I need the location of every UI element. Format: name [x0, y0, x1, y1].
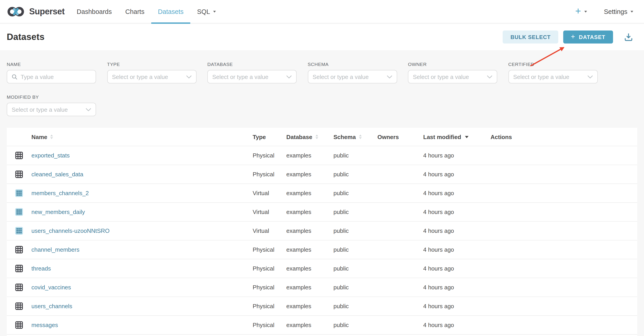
dataset-icon — [15, 321, 23, 329]
brand-home-link[interactable]: Superset — [7, 0, 64, 23]
dataset-kind-cell: Physical — [253, 265, 286, 272]
virtual-dataset-icon — [15, 227, 23, 235]
dataset-kind-cell: Virtual — [253, 190, 286, 197]
database-cell: examples — [286, 265, 334, 272]
schema-cell: public — [334, 246, 378, 253]
nav-item-dashboards[interactable]: Dashboards — [70, 0, 118, 23]
table-row: threads Physical examples public 4 hours… — [7, 259, 637, 278]
dataset-link[interactable]: covid_vaccines — [32, 284, 71, 291]
physical-dataset-icon — [15, 170, 23, 178]
dataset-link[interactable]: members_channels_2 — [32, 190, 89, 197]
filter-placeholder: Type a value — [21, 73, 91, 80]
add-dataset-button[interactable]: + DATASET — [563, 30, 613, 43]
page-title: Datasets — [7, 32, 44, 42]
content-area: NAME Type a value TYPE Select or type a … — [0, 50, 644, 336]
column-header-schema[interactable]: Schema — [334, 133, 378, 140]
filter-placeholder: Select or type a value — [513, 73, 584, 80]
nav-item-label: SQL — [197, 8, 210, 15]
last-modified-cell: 4 hours ago — [423, 303, 490, 310]
chevron-down-icon — [584, 10, 587, 12]
nav-item-label: Dashboards — [77, 8, 112, 15]
filter-label: OWNER — [408, 61, 497, 67]
filter-input[interactable]: Select or type a value — [508, 70, 598, 83]
dataset-link[interactable]: users_channels-uzooNNtSRO — [32, 227, 110, 234]
settings-menu-button[interactable]: Settings — [604, 8, 633, 15]
dataset-link[interactable]: threads — [32, 265, 51, 272]
chevron-down-icon — [386, 75, 392, 78]
dataset-name-cell: threads — [28, 265, 253, 272]
nav-item-datasets[interactable]: Datasets — [151, 0, 190, 23]
dataset-type-cell — [7, 265, 28, 272]
dataset-type-cell — [7, 208, 28, 216]
column-header-label: Type — [253, 133, 266, 140]
dataset-kind-cell: Physical — [253, 246, 286, 253]
dataset-icon — [15, 170, 23, 178]
dataset-link[interactable]: new_members_daily — [32, 209, 85, 215]
filter-input[interactable]: Select or type a value — [207, 70, 297, 83]
table-row: users_channels Physical examples public … — [7, 297, 637, 315]
column-header-name[interactable]: Name — [28, 133, 253, 140]
dataset-name-cell: users_channels-uzooNNtSRO — [28, 227, 253, 234]
database-cell: examples — [286, 284, 334, 291]
new-item-menu-button[interactable]: + — [575, 7, 587, 16]
table-header-row: NameTypeDatabaseSchemaOwnersLast modifie… — [7, 128, 637, 146]
filter-label: MODIFIED BY — [7, 94, 96, 100]
dataset-kind-cell: Physical — [253, 284, 286, 291]
nav-item-charts[interactable]: Charts — [118, 0, 151, 23]
dataset-icon — [15, 152, 23, 159]
brand-name: Superset — [29, 6, 64, 16]
database-cell: examples — [286, 190, 334, 197]
filter-label: SCHEMA — [308, 61, 397, 67]
database-cell: examples — [286, 227, 334, 234]
column-header-actions: Actions — [490, 133, 637, 140]
chevron-down-icon — [587, 75, 592, 78]
filter-modified-by: MODIFIED BY Select or type a value — [7, 94, 96, 116]
page-header-actions: BULK SELECT + DATASET — [503, 30, 633, 43]
dataset-link[interactable]: cleaned_sales_data — [32, 171, 83, 178]
dataset-kind-cell: Physical — [253, 322, 286, 328]
virtual-dataset-icon — [15, 189, 23, 197]
filter-input[interactable]: Select or type a value — [107, 70, 196, 83]
dataset-name-cell: members_channels_2 — [28, 190, 253, 197]
dataset-icon — [15, 189, 23, 197]
filters-row-1: NAME Type a value TYPE Select or type a … — [7, 61, 637, 83]
sort-icon — [50, 135, 53, 139]
physical-dataset-icon — [15, 321, 23, 329]
dataset-link[interactable]: channel_members — [32, 246, 80, 253]
filter-input[interactable]: Select or type a value — [308, 70, 397, 83]
filter-input[interactable]: Select or type a value — [7, 103, 96, 116]
dataset-type-cell — [7, 152, 28, 159]
table-body: exported_stats Physical examples public … — [7, 146, 637, 336]
bulk-select-button[interactable]: BULK SELECT — [503, 30, 558, 43]
last-modified-cell: 4 hours ago — [423, 152, 490, 159]
page-header: Datasets BULK SELECT + DATASET — [0, 24, 644, 50]
settings-label: Settings — [604, 8, 628, 15]
nav-item-sql[interactable]: SQL — [190, 0, 222, 23]
dataset-type-cell — [7, 284, 28, 291]
dataset-name-cell: channel_members — [28, 246, 253, 253]
filter-input[interactable]: Select or type a value — [408, 70, 497, 83]
sort-descending-icon — [465, 136, 468, 138]
filter-placeholder: Select or type a value — [413, 73, 484, 80]
dataset-link[interactable]: users_channels — [32, 303, 72, 310]
import-datasets-button[interactable] — [624, 32, 633, 42]
database-cell: examples — [286, 171, 334, 178]
column-header-last-modified[interactable]: Last modified — [423, 133, 490, 140]
filter-placeholder: Select or type a value — [112, 73, 183, 80]
filter-input[interactable]: Type a value — [7, 70, 96, 83]
table-row: cleaned_sales_data Physical examples pub… — [7, 165, 637, 183]
plus-icon: + — [571, 33, 575, 40]
dataset-type-cell — [7, 321, 28, 329]
main-nav: Dashboards Charts Datasets SQL — [70, 0, 222, 23]
dataset-type-cell — [7, 246, 28, 254]
dataset-link[interactable]: exported_stats — [32, 152, 70, 159]
superset-logo-icon — [7, 6, 26, 17]
datasets-table-card: NameTypeDatabaseSchemaOwnersLast modifie… — [7, 128, 637, 336]
schema-cell: public — [334, 303, 378, 310]
dataset-link[interactable]: messages — [32, 322, 58, 328]
dataset-name-cell: new_members_daily — [28, 209, 253, 215]
dataset-kind-cell: Physical — [253, 152, 286, 159]
column-header-database[interactable]: Database — [286, 133, 334, 140]
table-row: channel_members Physical examples public… — [7, 240, 637, 259]
table-row: messages_channels Virtual examples publi… — [7, 334, 637, 336]
